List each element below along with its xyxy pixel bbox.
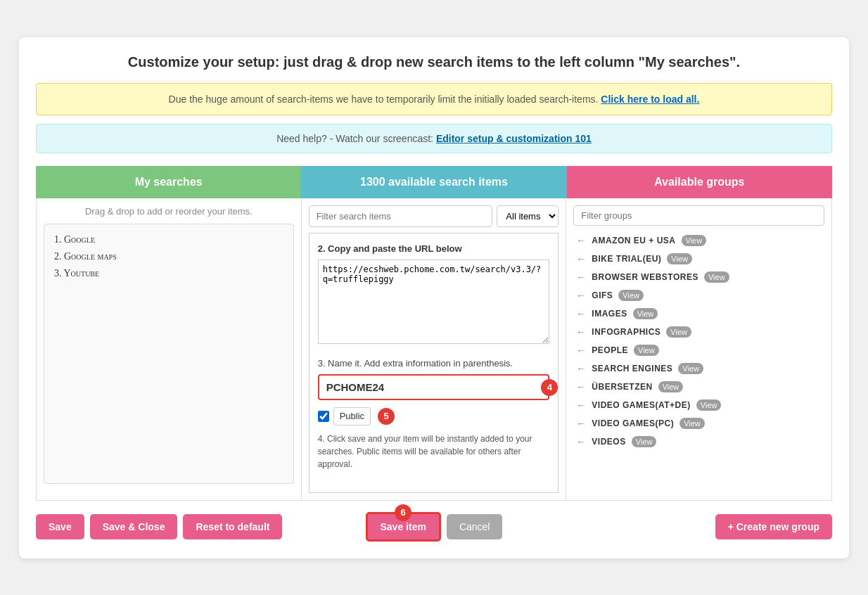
step5-badge: 5 [378,408,395,425]
step2-label: 2. Copy and paste the URL below [318,242,550,256]
reset-button[interactable]: Reset to default [183,514,282,539]
group-arrow-icon: ← [576,271,586,283]
footer-left: Save Save & Close Reset to default [36,514,301,539]
list-item[interactable]: 3. Youtube [54,268,283,279]
create-group-button[interactable]: + Create new group [715,514,832,539]
list-item[interactable]: 1. Google [54,234,283,245]
group-arrow-icon: ← [576,418,586,429]
search-items-column: All items 2. Copy and paste the URL belo… [302,198,567,500]
public-label: Public [333,407,371,426]
group-arrow-icon: ← [576,345,586,356]
name-input-wrapper: 4 [318,374,550,400]
save-close-button[interactable]: Save & Close [90,514,178,539]
step4-badge: 4 [541,379,558,396]
view-badge[interactable]: View [618,290,644,301]
group-arrow-icon: ← [576,363,586,374]
url-textarea[interactable]: https://ecshweb.pchome.com.tw/search/v3.… [318,260,550,344]
warning-text: Due the huge amount of search-items we h… [169,94,599,105]
step4-note: 4. Click save and your item will be inst… [318,433,550,471]
view-badge[interactable]: View [633,308,658,319]
my-searches-column: Drag & drop to add or reorder your items… [37,198,302,500]
group-item[interactable]: ← VIDEO GAMES(PC) View [573,414,824,433]
public-row: Public 5 [318,407,550,426]
footer-right: + Create new group [567,514,832,539]
footer: Save Save & Close Reset to default 6 Sav… [36,512,832,542]
view-badge[interactable]: View [634,345,659,356]
group-arrow-icon: ← [576,235,586,246]
group-arrow-icon: ← [576,399,586,411]
all-items-select[interactable]: All items [497,205,559,227]
group-name: PEOPLE [592,345,628,355]
load-all-link[interactable]: Click here to load all. [601,94,699,105]
view-badge[interactable]: View [704,271,729,283]
group-name: INFOGRAPHICS [592,327,660,337]
group-name: GIFS [592,290,613,300]
help-text: Need help? - Watch our screencast: [276,133,433,144]
save-item-button[interactable]: 6 Save item [366,512,441,542]
group-arrow-icon: ← [576,326,586,338]
view-badge[interactable]: View [666,326,691,338]
columns-header: My searches 1300 available search items … [36,166,832,198]
available-groups-column: ← AMAZON EU + USA View← BIKE TRIAL(EU) V… [566,198,831,500]
name-input[interactable] [318,374,550,400]
group-name: BIKE TRIAL(EU) [592,254,661,264]
search-filter-input[interactable] [309,205,493,227]
group-item[interactable]: ← SEARCH ENGINES View [573,359,824,378]
group-arrow-icon: ← [576,290,586,301]
col1-header: My searches [36,166,301,198]
group-name: VIDEOS [592,437,625,447]
group-arrow-icon: ← [576,253,586,264]
groups-filter-input[interactable] [573,205,824,226]
step6-badge: 6 [395,504,411,521]
page-title: Customize your setup: just drag & drop n… [36,54,832,70]
group-item[interactable]: ← BROWSER WEBSTORES View [573,268,824,286]
public-checkbox[interactable] [318,411,329,422]
group-arrow-icon: ← [576,381,586,392]
group-item[interactable]: ← GIFS View [573,286,824,305]
group-item[interactable]: ← INFOGRAPHICS View [573,323,824,341]
view-badge[interactable]: View [678,363,703,374]
group-name: AMAZON EU + USA [592,236,675,245]
search-panel: 2. Copy and paste the URL below https://… [309,233,559,493]
group-item[interactable]: ← AMAZON EU + USA View [573,231,824,250]
col2-header: 1300 available search items [301,166,566,198]
group-item[interactable]: ← VIDEO GAMES(AT+DE) View [573,396,824,414]
group-item[interactable]: ← IMAGES View [573,305,824,323]
groups-list: ← AMAZON EU + USA View← BIKE TRIAL(EU) V… [573,231,824,492]
view-badge[interactable]: View [632,436,657,447]
group-arrow-icon: ← [576,308,586,319]
view-badge[interactable]: View [679,418,705,429]
group-item[interactable]: ← BIKE TRIAL(EU) View [573,250,824,268]
view-badge[interactable]: View [658,381,684,392]
col3-header: Available groups [567,166,832,198]
view-badge[interactable]: View [696,399,722,411]
save-button[interactable]: Save [36,514,84,539]
columns-body: Drag & drop to add or reorder your items… [36,198,832,501]
group-name: BROWSER WEBSTORES [592,272,698,282]
step3-label: 3. Name it. Add extra information in par… [318,357,550,371]
group-name: VIDEO GAMES(AT+DE) [592,400,690,410]
group-name: IMAGES [592,309,627,319]
group-item[interactable]: ← PEOPLE View [573,341,824,359]
my-searches-list: 1. Google 2. Google maps 3. Youtube [44,224,294,484]
help-box: Need help? - Watch our screencast: Edito… [36,124,832,153]
view-badge[interactable]: View [682,235,707,246]
screencast-link[interactable]: Editor setup & customization 101 [436,133,592,144]
group-item[interactable]: ← VIDEOS View [573,433,824,451]
group-name: VIDEO GAMES(PC) [592,418,674,428]
warning-box: Due the huge amount of search-items we h… [36,83,832,115]
group-name: ÜBERSETZEN [592,382,652,392]
group-name: SEARCH ENGINES [592,364,672,373]
my-searches-subtitle: Drag & drop to add or reorder your items… [44,205,294,218]
group-item[interactable]: ← ÜBERSETZEN View [573,378,824,396]
main-container: Customize your setup: just drag & drop n… [19,37,849,558]
search-filter-row: All items [309,205,559,227]
group-arrow-icon: ← [576,436,586,447]
footer-center: 6 Save item Cancel [301,512,566,542]
list-item[interactable]: 2. Google maps [54,251,283,262]
view-badge[interactable]: View [667,253,692,264]
cancel-button[interactable]: Cancel [447,514,503,539]
